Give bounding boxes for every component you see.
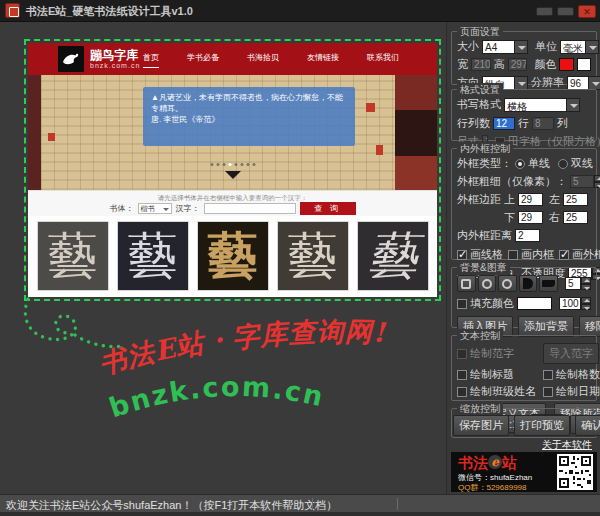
nav-contact[interactable]: 联系我们 xyxy=(367,52,399,68)
brand-e-icon: e xyxy=(488,455,502,469)
tian-grid-label: 田字格（仅限方格） xyxy=(508,134,600,149)
write-format-combo[interactable]: 横格 xyxy=(504,98,580,112)
unit-combo[interactable]: 毫米 xyxy=(560,40,599,54)
single-line-radio[interactable] xyxy=(515,159,525,169)
draw-inner-checkbox[interactable] xyxy=(508,250,518,260)
zoom-title: 缩放控制 xyxy=(457,402,503,416)
combo-arrow-icon[interactable] xyxy=(567,98,580,112)
stamp-ellipse-button[interactable] xyxy=(498,275,517,292)
about-link[interactable]: 关于本软件 xyxy=(542,438,592,452)
draw-title-checkbox[interactable] xyxy=(457,370,467,380)
qr-code-image xyxy=(557,454,593,490)
double-line-label: 双线 xyxy=(571,156,593,171)
margin-top-label: 上 xyxy=(504,192,515,207)
calligraphy-results: 藝 藝 藝 藝 藝 xyxy=(28,216,437,297)
rows-input[interactable]: 12 xyxy=(493,117,515,130)
stamp-circle-button[interactable] xyxy=(478,275,497,292)
status-separator xyxy=(397,498,398,510)
carousel-dots[interactable] xyxy=(210,163,255,166)
stamp-halfmoon-button[interactable] xyxy=(519,275,538,292)
glyph-tile[interactable]: 藝 xyxy=(357,221,429,291)
draw-count-checkbox[interactable] xyxy=(543,370,553,380)
frame-gap-input[interactable]: 2 xyxy=(515,229,540,242)
quote-text: ▲凡诸艺业，未有学而不得者也，病在心力懈怠，不能专精耳。 xyxy=(151,92,347,114)
dpi-label: 分辨率 xyxy=(531,75,564,90)
fill-opacity-spinner[interactable]: 100 xyxy=(559,297,591,310)
height-label: 高 xyxy=(494,57,505,72)
margin-bottom-input[interactable]: 29 xyxy=(518,211,543,224)
frame-thickness-spinner[interactable]: 5 xyxy=(570,175,600,188)
qq-group: QQ群：529689998 xyxy=(458,482,527,493)
maximize-button[interactable] xyxy=(557,7,574,16)
quote-overlay[interactable]: ▲凡诸艺业，未有学而不得者也，病在心力懈怠，不能专精耳。 唐. 李世民《帝范》 xyxy=(143,87,355,146)
draw-outer-checkbox[interactable] xyxy=(559,250,569,260)
frame-margin-label: 外框边距 xyxy=(457,192,501,207)
glyph-tile[interactable]: 藝 xyxy=(37,221,109,291)
promo-panel: 书法e站 微信号：shufaEzhan QQ群：529689998 xyxy=(451,452,597,492)
bird-logo-icon xyxy=(58,46,84,72)
combo-arrow-icon[interactable] xyxy=(515,40,528,54)
combo-arrow-icon[interactable] xyxy=(589,76,600,90)
glyph-tile[interactable]: 藝 xyxy=(197,221,269,291)
fill-color-swatch[interactable] xyxy=(517,297,552,310)
margin-top-input[interactable]: 29 xyxy=(518,193,543,206)
double-line-radio[interactable] xyxy=(558,159,568,169)
margin-left-input[interactable]: 25 xyxy=(563,193,588,206)
save-image-button[interactable]: 保存图片 xyxy=(453,415,509,436)
page-height-input[interactable]: 297 xyxy=(508,58,528,71)
line-color-swatch[interactable] xyxy=(559,58,573,71)
close-button[interactable]: ✕ xyxy=(578,5,596,18)
add-background-button[interactable]: 添加背景 xyxy=(518,316,574,337)
action-buttons: 保存图片 打印预览 确认打印 xyxy=(453,415,600,436)
style-label: 书体： xyxy=(110,203,134,214)
title-bar: 书法E站_硬笔书法纸设计工具v1.0 ✕ xyxy=(0,0,600,22)
status-text: 欢迎关注书法E站公众号shufaEzhan！（按F1打开本软件帮助文档） xyxy=(6,498,337,513)
print-preview-button[interactable]: 打印预览 xyxy=(514,415,570,436)
single-line-label: 单线 xyxy=(528,156,550,171)
paper-size-combo[interactable]: A4 xyxy=(482,40,528,54)
combo-arrow-icon[interactable] xyxy=(515,76,528,90)
format-group: 格式设置 书写格式 横格 行列数 12 行 8 列 尺寸 15 田字格（仅限方格… xyxy=(451,89,597,141)
site-domain: bnzk.com.cn xyxy=(90,62,140,69)
draw-date-checkbox[interactable] xyxy=(543,387,553,397)
canvas-selection-frame[interactable]: 蹦鸟字库 bnzk.com.cn 首页 学书必备 书海拾贝 友情链接 联系我们 … xyxy=(24,39,441,301)
page-width-input[interactable]: 210 xyxy=(471,58,491,71)
window-title: 书法E站_硬笔书法纸设计工具v1.0 xyxy=(26,4,193,19)
nav-study[interactable]: 学书必备 xyxy=(187,52,219,68)
minimize-button[interactable] xyxy=(536,7,553,16)
control-sidebar: 页面设置 大小 A4 单位 毫米 宽 210 高 297 颜色 方向 纵向 分辨… xyxy=(446,22,600,494)
nav-home[interactable]: 首页 xyxy=(143,52,159,68)
remove-all-bg-button[interactable]: 移除所有 xyxy=(579,316,600,337)
nav-collection[interactable]: 书海拾贝 xyxy=(247,52,279,68)
draw-model-checkbox[interactable] xyxy=(457,349,467,359)
dpi-combo[interactable]: 96 xyxy=(567,76,600,90)
stamp-square-button[interactable] xyxy=(457,275,476,292)
confirm-print-button[interactable]: 确认打印 xyxy=(575,415,600,436)
red-seal xyxy=(376,145,383,155)
glyph-tile[interactable]: 藝 xyxy=(277,221,349,291)
char-input[interactable] xyxy=(204,203,296,214)
page-color-swatch[interactable] xyxy=(577,58,591,71)
rowcol-label: 行列数 xyxy=(457,116,490,131)
stamp-size-spinner[interactable]: 5 xyxy=(565,277,591,290)
frame-type-label: 外框类型： xyxy=(457,156,512,171)
fill-color-checkbox[interactable] xyxy=(457,299,467,309)
window-bottom-edge xyxy=(0,512,600,516)
format-title: 格式设置 xyxy=(457,83,503,97)
search-band: 请先选择书体并在右侧框中输入要查询的一个汉字： 书体： 楷书 汉字： 查 询 xyxy=(28,190,437,216)
search-button[interactable]: 查 询 xyxy=(300,202,356,215)
glyph-tile[interactable]: 藝 xyxy=(117,221,189,291)
draw-class-checkbox[interactable] xyxy=(457,387,467,397)
write-format-label: 书写格式 xyxy=(457,97,501,112)
style-select[interactable]: 楷书 xyxy=(138,203,172,214)
margin-right-input[interactable]: 25 xyxy=(563,211,588,224)
cols-input[interactable]: 8 xyxy=(532,117,554,130)
draw-grid-checkbox[interactable] xyxy=(457,250,467,260)
stamp-bar-button[interactable] xyxy=(539,275,558,292)
combo-arrow-icon[interactable] xyxy=(586,40,599,54)
background-group: 背景&图章 5 填充颜色 100 插入图片 添加背景 移除所有 xyxy=(451,267,597,328)
import-model-button[interactable]: 导入范字 xyxy=(543,343,599,364)
scroll-down-icon[interactable] xyxy=(225,171,241,179)
nav-links[interactable]: 友情链接 xyxy=(307,52,339,68)
draw-class-label: 绘制班级姓名 xyxy=(470,384,536,399)
